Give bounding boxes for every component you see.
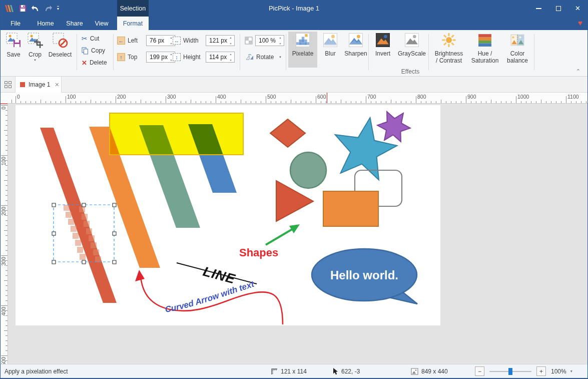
six-point-star-shape[interactable] [377,112,410,142]
height-spinner[interactable]: ▲▼ [228,53,233,62]
context-tab-selection: Selection [117,0,149,17]
orange-rectangle-shape[interactable] [323,191,378,226]
delete-button[interactable]: ✕ Delete [82,58,107,68]
width-spinner[interactable]: ▲▼ [228,36,233,45]
zoom-input[interactable]: 100 % ▲▼ [255,35,284,46]
close-icon: ✕ [575,5,580,12]
diamond-shape[interactable] [270,119,305,147]
line-label[interactable]: LINE [201,264,237,287]
zoom-checker-icon [245,37,253,45]
top-field-row: ↑ Top 199 px ▲▼ [117,52,175,63]
deselect-button[interactable]: Deselect [46,32,75,58]
heart-icon[interactable]: ♥ [578,19,582,27]
curved-arrow-text[interactable]: Curved Arrow with text [164,279,256,314]
zoom-percent-value: 100% [551,368,566,375]
zoom-spinner[interactable]: ▲▼ [278,36,283,45]
rotate-dropdown-icon[interactable]: ▾ [279,55,281,59]
rotate-button[interactable]: Rotate ▾ [246,52,281,62]
tab-image-1[interactable]: Image 1 ✕ [16,77,62,93]
menu-home[interactable]: Home [33,17,59,30]
minimize-icon [536,8,541,9]
sharpen-button[interactable]: Sharpen [343,32,369,68]
minimize-button[interactable] [529,0,548,17]
picpick-logo-icon [5,5,15,13]
width-input[interactable]: 121 px ▲▼ [206,35,235,46]
tab-label: Image 1 [29,81,50,88]
left-label: Left [128,37,144,44]
hue-saturation-icon [478,33,492,47]
highlight-rectangle[interactable] [110,113,243,155]
top-input[interactable]: 199 px ▲▼ [146,52,175,63]
quick-access-toolbar: ▾ [5,0,59,17]
ribbon-separator [240,34,240,70]
invert-icon [376,33,390,47]
menu-format[interactable]: Format [117,17,149,30]
tab-close-icon[interactable]: ✕ [55,82,59,88]
copy-button[interactable]: Copy [82,46,105,56]
bubble-text: Hello world. [330,268,398,282]
customize-toolbar-icon[interactable]: ▾ [57,6,59,11]
left-input[interactable]: 76 px ▲▼ [146,35,175,46]
zoom-slider[interactable] [489,371,531,372]
copy-label: Copy [91,47,105,54]
crop-dropdown-icon[interactable]: ▾ [25,58,46,62]
menu-view[interactable]: View [91,17,113,30]
deselect-icon [52,32,68,48]
save-icon [6,32,22,48]
image-size-value: 849 x 440 [421,368,448,375]
redo-icon[interactable] [44,5,53,12]
invert-label: Invert [371,50,395,57]
top-value: 199 px [150,54,168,61]
hue-saturation-button[interactable]: Hue / Saturation [469,32,501,68]
menu-file[interactable]: File [5,17,27,30]
status-bar: Apply a pixelation effect 121 x 114 622,… [1,364,587,379]
image-size-icon [411,368,418,375]
save-quick-icon[interactable] [19,5,27,12]
shapes-label[interactable]: Shapes [239,246,278,259]
window-list-button[interactable] [1,77,16,92]
rotate-icon [246,54,254,61]
zoom-slider-thumb[interactable] [508,368,512,375]
invert-button[interactable]: Invert [371,32,395,68]
zoom-dropdown-icon[interactable]: ▾ [570,369,572,373]
sharpen-label: Sharpen [343,50,369,57]
green-arrow[interactable] [266,228,294,245]
brightness-contrast-label: Brightness / Contrast [431,50,467,64]
crop-button[interactable]: Crop ▾ [25,32,46,62]
pixelate-icon [296,33,310,47]
grayscale-button[interactable]: GrayScale [396,32,428,68]
ribbon-separator [286,34,286,70]
zoom-controls: − + [475,364,546,378]
zoom-percent[interactable]: 100% ▾ [551,364,572,378]
close-button[interactable]: ✕ [568,0,587,17]
blur-button[interactable]: Blur [319,32,341,68]
grayscale-icon [405,33,419,47]
ribbon-collapse-icon[interactable]: ⌃ [576,68,580,75]
ribbon-separator [77,34,77,70]
color-balance-button[interactable]: Color balance [503,32,532,68]
brightness-contrast-button[interactable]: Brightness / Contrast [431,32,467,68]
speech-bubble[interactable]: Hello world. [312,249,417,304]
maximize-button[interactable] [548,0,568,17]
effects-group-label: Effects [288,68,532,75]
image-size-indicator: 849 x 440 [411,364,448,378]
circle-shape[interactable] [290,152,326,188]
menu-share[interactable]: Share [62,17,88,30]
rotate-label: Rotate [256,54,274,61]
pixelate-button[interactable]: Pixelate [288,32,317,68]
cut-label: Cut [90,35,100,42]
cut-button[interactable]: ✂ Cut [82,34,99,44]
save-button[interactable]: Save [4,32,24,58]
image-canvas[interactable]: Shapes LINE Curved Arrow with text Hello… [16,105,440,325]
ribbon-separator [113,34,114,70]
maximize-icon [556,6,561,11]
undo-icon[interactable] [31,5,40,12]
curved-arrow-head [135,270,145,281]
width-label: Width [183,37,203,44]
window-controls: ✕ [529,0,587,17]
height-label: Height [183,54,203,61]
height-input[interactable]: 114 px ▲▼ [206,52,235,63]
cut-icon: ✂ [82,35,88,43]
zoom-out-button[interactable]: − [475,366,484,376]
zoom-in-button[interactable]: + [536,366,546,376]
